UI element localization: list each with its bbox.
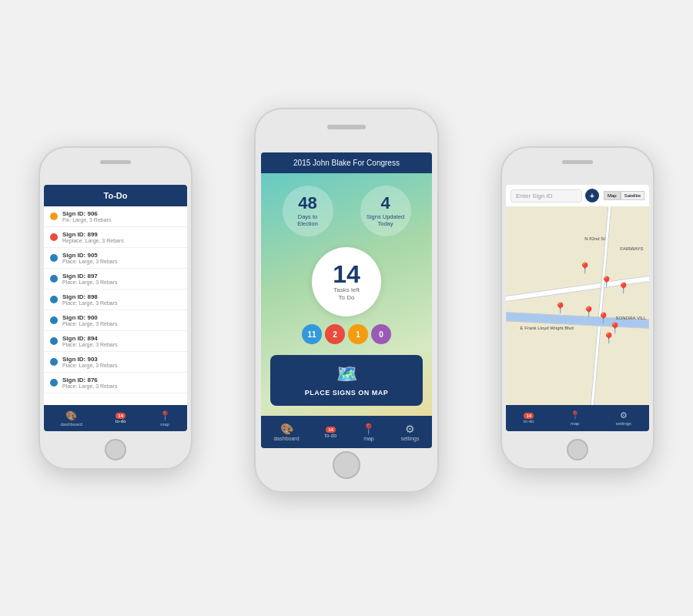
todo-id: Sign ID: 876 <box>62 377 118 383</box>
map-label-82nd: N 82nd St <box>584 236 605 241</box>
todo-item[interactable]: Sign ID: 899 Replace: Large, 3 Rebars <box>44 227 187 248</box>
dash-nav-todo[interactable]: 14 to-do <box>325 427 337 438</box>
dash-circle-area: 14 Tasks leftTo Do 11 2 1 0 <box>261 243 432 349</box>
right-nav-todo[interactable]: 14 to-do <box>524 413 534 424</box>
todo-text: Sign ID: 898 Place: Large, 3 Rebars <box>62 293 118 306</box>
left-nav-dashboard-label: dashboard <box>60 422 82 427</box>
todo-item[interactable]: Sign ID: 906 Fix: Large, 3 Rebars <box>44 206 187 227</box>
map-label-frank: E Frank Lloyd Wright Blvd <box>521 326 574 330</box>
dash-nav-settings-label: settings <box>400 436 419 441</box>
task-dot-red: 2 <box>325 324 345 344</box>
todo-badge: 14 <box>116 413 126 419</box>
map-type-satellite[interactable]: Satellite <box>621 191 644 200</box>
map-screen: Enter Sign ID + Map Satellite N 82nd S <box>506 185 649 431</box>
todo-header: To-Do <box>44 185 187 206</box>
todo-dot <box>50 254 58 262</box>
right-map-icon: 📍 <box>570 410 581 420</box>
todo-text: Sign ID: 903 Place: Large, 3 Rebars <box>62 356 118 368</box>
task-dots: 11 2 1 0 <box>302 324 391 344</box>
todo-dot <box>50 379 58 387</box>
dash-header: 2015 John Blake For Congress <box>261 152 432 173</box>
map-pin-teal2[interactable]: 📍 <box>602 332 615 344</box>
right-nav: 14 to-do 📍 map ⚙ settings <box>506 405 649 431</box>
tasks-label: Tasks leftTo Do <box>333 286 359 301</box>
todo-item[interactable]: Sign ID: 898 Place: Large, 3 Rebars <box>44 290 187 310</box>
todo-desc: Place: Large, 3 Rebars <box>62 300 118 306</box>
dash-nav-map-label: map <box>363 436 374 441</box>
todo-text: Sign ID: 906 Fix: Large, 3 Rebars <box>62 210 111 223</box>
tasks-number: 14 <box>333 262 360 286</box>
todo-id: Sign ID: 894 <box>62 335 118 342</box>
center-home-button[interactable] <box>333 451 360 479</box>
dash-nav-map[interactable]: 📍 map <box>362 423 375 441</box>
todo-text: Sign ID: 897 Place: Large, 3 Rebars <box>62 273 118 285</box>
todo-item[interactable]: Sign ID: 894 Place: Large, 3 Rebars <box>44 331 187 352</box>
map-pin-green1[interactable]: 📍 <box>600 276 613 288</box>
todo-desc: Place: Large, 3 Rebars <box>62 259 118 264</box>
center-screen: 2015 John Blake For Congress 48 Days toE… <box>261 152 432 448</box>
place-signs-label: PLACE SIGNS ON MAP <box>305 389 389 397</box>
right-nav-settings[interactable]: ⚙ settings <box>615 410 631 426</box>
todo-id: Sign ID: 900 <box>62 314 118 321</box>
map-icon-left: 📍 <box>159 410 171 421</box>
place-signs-button[interactable]: 🗺️ PLACE SIGNS ON MAP <box>270 355 423 406</box>
todo-desc: Place: Large, 3 Rebars <box>62 363 118 368</box>
right-nav-todo-label: to-do <box>524 419 534 424</box>
sign-id-input[interactable]: Enter Sign ID <box>511 189 582 203</box>
left-nav-dashboard[interactable]: 🎨 dashboard <box>60 410 82 427</box>
todo-text: Sign ID: 905 Place: Large, 3 Rebars <box>62 252 118 264</box>
dash-nav-dashboard-label: dashboard <box>273 436 299 441</box>
left-nav-map-label: map <box>160 422 169 427</box>
tasks-circle: 14 Tasks leftTo Do <box>312 247 381 316</box>
left-nav-todo[interactable]: 14 to-do <box>116 413 126 424</box>
map-type-buttons: Map Satellite <box>604 191 644 200</box>
task-dot-blue: 11 <box>302 324 322 344</box>
dashboard-icon: 🎨 <box>65 410 77 421</box>
todo-text: Sign ID: 899 Replace: Large, 3 Rebars <box>62 231 124 243</box>
todo-id: Sign ID: 905 <box>62 252 118 259</box>
right-nav-map-label: map <box>571 421 580 426</box>
stat-signs-number: 4 <box>380 195 390 212</box>
stat-signs-label: Signs UpdatedToday <box>367 213 404 227</box>
todo-id: Sign ID: 897 <box>62 273 118 280</box>
todo-dot <box>50 316 58 324</box>
right-nav-settings-label: settings <box>615 421 631 426</box>
right-nav-map[interactable]: 📍 map <box>570 410 581 426</box>
map-label-fairways: FAIRWAYS <box>620 246 643 251</box>
todo-desc: Place: Large, 3 Rebars <box>62 383 118 389</box>
map-area[interactable]: N 82nd St E Frank Lloyd Wright Blvd FAIR… <box>506 206 649 405</box>
todo-item[interactable]: Sign ID: 876 Place: Large, 3 Rebars <box>44 373 187 393</box>
todo-dot <box>50 275 58 283</box>
todo-item[interactable]: Sign ID: 903 Place: Large, 3 Rebars <box>44 352 187 373</box>
map-pin-orange[interactable]: 📍 <box>554 302 567 314</box>
dash-nav: 🎨 dashboard 14 to-do 📍 map ⚙ settings <box>261 416 432 448</box>
todo-id: Sign ID: 898 <box>62 293 118 300</box>
right-screen: Enter Sign ID + Map Satellite N 82nd S <box>506 185 649 431</box>
dash-nav-dashboard[interactable]: 🎨 dashboard <box>273 423 299 441</box>
todo-text: Sign ID: 876 Place: Large, 3 Rebars <box>62 377 118 389</box>
left-home-button[interactable] <box>105 439 126 460</box>
map-pin-red1[interactable]: 📍 <box>582 306 595 318</box>
map-pin-teal[interactable]: 📍 <box>578 262 591 274</box>
dash-nav-settings[interactable]: ⚙ settings <box>400 423 419 441</box>
phone-left: To-Do Sign ID: 906 Fix: Large, 3 Rebars … <box>38 146 192 470</box>
right-home-button[interactable] <box>567 439 588 460</box>
map-pin-green2[interactable]: 📍 <box>617 282 630 294</box>
todo-screen: To-Do Sign ID: 906 Fix: Large, 3 Rebars … <box>44 185 187 431</box>
todo-id: Sign ID: 906 <box>62 210 111 217</box>
right-todo-badge: 14 <box>524 413 534 419</box>
dash-nav-todo-label: to-do <box>325 433 337 438</box>
todo-item[interactable]: Sign ID: 905 Place: Large, 3 Rebars <box>44 248 187 269</box>
todo-id: Sign ID: 903 <box>62 356 118 363</box>
map-type-map[interactable]: Map <box>604 191 621 200</box>
todo-item[interactable]: Sign ID: 900 Place: Large, 3 Rebars <box>44 310 187 331</box>
todo-dot <box>50 337 58 345</box>
left-nav-map[interactable]: 📍 map <box>159 410 171 427</box>
todo-id: Sign ID: 899 <box>62 231 124 238</box>
todo-desc: Place: Large, 3 Rebars <box>62 342 118 347</box>
todo-item[interactable]: Sign ID: 897 Place: Large, 3 Rebars <box>44 269 187 290</box>
add-sign-button[interactable]: + <box>585 189 599 203</box>
phone-center: 2015 John Blake For Congress 48 Days toE… <box>254 108 439 493</box>
dash-stats: 48 Days toElection 4 Signs UpdatedToday <box>261 173 432 243</box>
right-speaker <box>562 160 593 164</box>
